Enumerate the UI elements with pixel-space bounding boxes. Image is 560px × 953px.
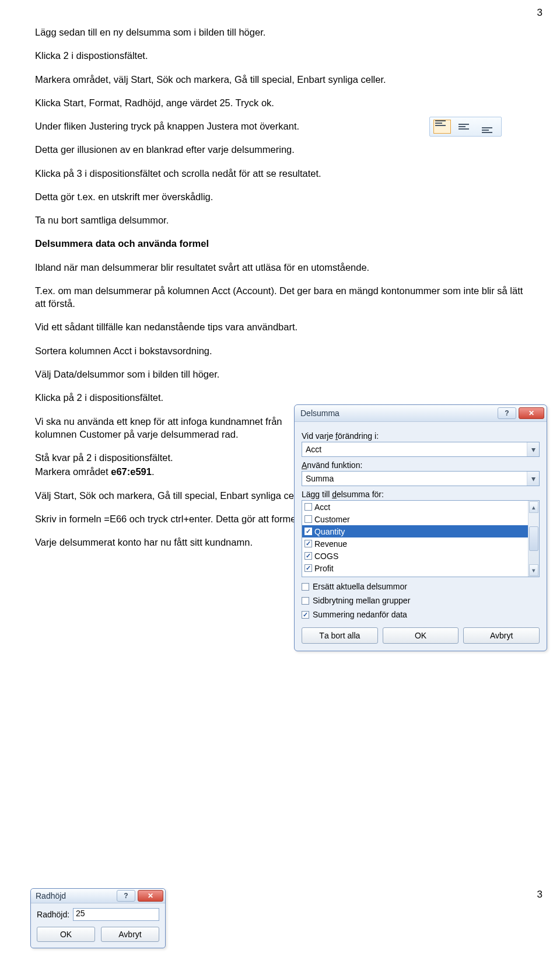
text: Lägg till — [302, 490, 332, 499]
option-label: Sidbrytning mellan grupper — [313, 596, 410, 605]
row-height-input[interactable]: 25 — [73, 908, 159, 921]
text-bold: e67:e591 — [111, 466, 152, 477]
text: nvänd funktion: — [307, 460, 362, 470]
paragraph: Ibland när man delsummerar blir resultat… — [35, 261, 525, 274]
ok-button[interactable]: OK — [37, 927, 95, 942]
checkbox[interactable]: ✓ — [304, 564, 312, 572]
label-function: Använd funktion: — [302, 460, 540, 470]
text: T — [319, 631, 324, 640]
option-summary-below[interactable]: ✓ Summering nedanför data — [302, 610, 540, 619]
checkbox[interactable]: ✓ — [304, 540, 312, 547]
scrollbar[interactable]: ▴ ▾ — [528, 501, 539, 577]
paragraph: Lägg sedan till en ny delsumma som i bil… — [35, 26, 525, 39]
page-number-bottom: 3 — [537, 889, 542, 900]
align-bottom-icon[interactable] — [480, 120, 498, 134]
text: a bort alla — [324, 631, 360, 640]
close-icon: ✕ — [148, 892, 153, 900]
cancel-button[interactable]: Avbryt — [463, 627, 540, 644]
list-item-label: Customer — [314, 515, 350, 524]
field-label: Radhöjd: — [37, 910, 69, 919]
checkbox[interactable] — [302, 583, 309, 591]
paragraph: Klicka på 2 i dispositionsfältet. — [35, 391, 315, 404]
text: d — [332, 490, 337, 499]
list-item[interactable]: Acct — [302, 501, 528, 513]
checkbox[interactable] — [302, 597, 309, 605]
dialog-title: Radhöjd — [36, 891, 114, 900]
text: A — [302, 460, 307, 470]
close-icon: ✕ — [528, 409, 534, 417]
label-add: Lägg till delsumma för: — [302, 490, 540, 499]
scroll-down-icon[interactable]: ▾ — [529, 564, 538, 576]
list-item[interactable]: ✓COGS — [302, 550, 528, 562]
text: R — [37, 910, 43, 919]
paragraph: Detta gör t.ex. en utskrift mer överskåd… — [35, 190, 525, 203]
paragraph: Välj Data/delsummor som i bilden till hö… — [35, 368, 315, 380]
label-change: Vid varje förändring i: — [302, 431, 540, 441]
list-item[interactable]: Customer — [302, 513, 528, 525]
help-button[interactable]: ? — [498, 407, 516, 419]
text: elsumma för: — [337, 490, 384, 499]
text: E — [313, 582, 318, 591]
scroll-up-icon[interactable]: ▴ — [529, 501, 538, 513]
list-item[interactable]: ✓Revenue — [302, 537, 528, 550]
alignment-toolbar — [429, 117, 502, 137]
listbox-add-subtotal[interactable]: AcctCustomer✓Quantity✓Revenue✓COGS✓Profi… — [302, 500, 540, 577]
chevron-down-icon[interactable]: ▾ — [527, 442, 539, 456]
checkbox[interactable]: ✓ — [304, 528, 312, 535]
paragraph: Vi ska nu använda ett knep för att infog… — [35, 415, 315, 441]
option-label: Summering nedanför data — [313, 610, 407, 619]
option-replace[interactable]: Ersätt aktuella delsummor — [302, 582, 540, 591]
align-top-icon[interactable] — [433, 120, 451, 134]
chevron-down-icon[interactable]: ▾ — [527, 472, 539, 486]
combo-change[interactable]: Acct ▾ — [302, 442, 540, 457]
checkbox[interactable] — [304, 515, 312, 523]
text: . — [152, 466, 155, 477]
dialog-title: Delsumma — [300, 409, 495, 418]
scroll-thumb[interactable] — [529, 526, 538, 551]
help-icon: ? — [505, 409, 509, 417]
paragraph: Stå kvar på 2 i dispositionsfältet. — [35, 451, 315, 464]
paragraph: Vid ett sådant tillfälle kan nedanståend… — [35, 320, 315, 333]
combo-function[interactable]: Summa ▾ — [302, 471, 540, 486]
paragraph: Markera området e67:e591. — [35, 465, 315, 478]
close-button[interactable]: ✕ — [519, 407, 544, 419]
paragraph: Detta ger illusionen av en blankrad efte… — [35, 143, 525, 156]
cancel-button[interactable]: Avbryt — [101, 927, 159, 942]
checkbox[interactable]: ✓ — [304, 552, 312, 560]
close-button[interactable]: ✕ — [138, 890, 163, 902]
paragraph: Välj Start, Sök och markera, Gå till spe… — [35, 489, 315, 502]
page-number-top: 3 — [537, 7, 542, 19]
paragraph: Markera området, välj Start, Sök och mar… — [35, 73, 525, 86]
list-item-label: Acct — [314, 502, 330, 512]
ok-button[interactable]: OK — [383, 627, 459, 644]
paragraph: Klicka Start, Format, Radhöjd, ange värd… — [35, 96, 525, 109]
section-heading: Delsummera data och använda formel — [35, 237, 525, 250]
help-button[interactable]: ? — [117, 890, 135, 902]
text: Markera området — [35, 466, 111, 477]
list-item-label: Revenue — [314, 539, 347, 549]
list-item-label: Profit — [314, 564, 334, 573]
help-icon: ? — [124, 892, 128, 900]
text: rsätt aktuella delsummor — [318, 582, 407, 591]
list-item[interactable]: ✓Profit — [302, 562, 528, 574]
text: S — [313, 596, 318, 605]
list-item-label: COGS — [314, 551, 338, 561]
align-middle-icon[interactable] — [457, 120, 474, 134]
dialog-titlebar[interactable]: Delsumma ? ✕ — [295, 405, 547, 422]
checkbox[interactable]: ✓ — [302, 611, 309, 619]
remove-all-button[interactable]: Ta bort alla — [302, 627, 378, 644]
dialog-titlebar[interactable]: Radhöjd ? ✕ — [31, 889, 165, 903]
text: S — [313, 610, 318, 619]
paragraph: Klicka 2 i dispostionsfältet. — [35, 49, 525, 62]
combo-value: Summa — [306, 474, 527, 483]
paragraph: Klicka på 3 i dispositionsfältet och scr… — [35, 167, 525, 180]
radhojd-dialog: Radhöjd ? ✕ Radhöjd: 25 OK Avbryt — [30, 888, 166, 948]
option-label: Ersätt aktuella delsummor — [313, 582, 407, 591]
checkbox[interactable] — [304, 503, 312, 511]
scroll-track[interactable] — [528, 514, 539, 564]
paragraph: Ta nu bort samtliga delsummor. — [35, 214, 525, 226]
combo-value: Acct — [306, 445, 527, 454]
list-item[interactable]: ✓Quantity — [302, 525, 528, 537]
text: örändring i: — [338, 431, 379, 441]
option-pagebreak[interactable]: Sidbrytning mellan grupper — [302, 596, 540, 605]
